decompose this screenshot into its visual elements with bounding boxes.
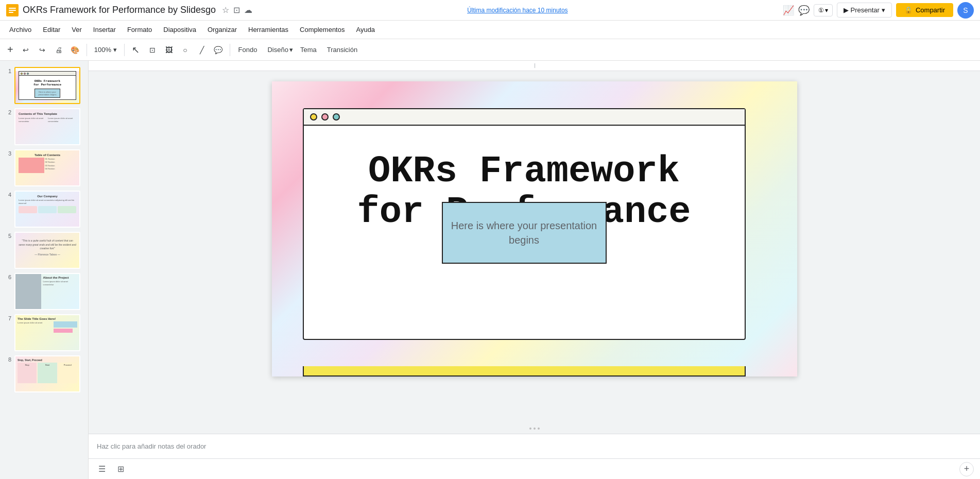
share-label: Compartir [916,6,945,14]
horizontal-ruler: | [89,61,980,71]
canvas-scroll[interactable]: OKRs Framework for Performance Here is w… [89,71,980,434]
cloud-icon[interactable]: ☁ [244,5,252,15]
svg-rect-1 [9,8,16,9]
menu-archivo[interactable]: Archivo [4,24,37,36]
zoom-button[interactable]: 100% ▾ [91,43,120,57]
share-button[interactable]: 🔒 Compartir [896,3,953,17]
toolbar: + ↩ ↪ 🖨 🎨 100% ▾ ↖ ⊡ 🖼 ○ ╱ 💬 Fondo Diseñ… [0,39,980,61]
slide-thumbnail-3[interactable]: Table of Contents 01 Section02 Section03… [14,149,80,186]
browser-frame: OKRs Framework for Performance Here is w… [303,108,746,340]
chat-icon[interactable]: 💬 [798,5,810,16]
slide-thumbnail-5[interactable]: "This is a quite useful hub of content t… [14,232,80,269]
slide-number-3: 3 [4,150,11,157]
slide-thumbnail-8[interactable]: Stop, Start, Proceed Stop Start Proceed [14,355,80,392]
slide-thumbnail-1[interactable]: OKRs Frameworkfor Performance Here is wh… [14,67,80,104]
svg-rect-2 [9,10,16,11]
present-label: Presentar [851,6,880,14]
zoom-control[interactable]: ① ▾ [814,4,833,16]
present-dropdown-icon: ▾ [882,6,885,14]
cursor-tool[interactable]: ↖ [129,43,143,57]
menu-ver[interactable]: Ver [66,24,87,36]
header-buttons: ▶ Presentar ▾ 🔒 Compartir S [837,2,974,19]
slide-item-6[interactable]: 6 About the Project Lorem ipsum dolor si… [0,271,88,312]
folder-icon[interactable]: ⊡ [233,5,240,15]
diseno-button[interactable]: Diseño ▾ [263,44,294,56]
menu-complementos[interactable]: Complementos [295,24,350,36]
slide-item-5[interactable]: 5 "This is a quite useful hub of content… [0,230,88,271]
share-lock-icon: 🔒 [904,6,913,14]
menu-bar: Archivo Editar Ver Insertar Formato Diap… [0,21,980,39]
menu-herramientas[interactable]: Herramientas [243,24,294,36]
last-modified-text: Última modificación hace 10 minutos [467,7,568,14]
print-button[interactable]: 🖨 [51,43,66,57]
grid-view-button[interactable]: ⊞ [113,462,128,476]
slide-number-7: 7 [4,315,11,321]
slide-item-8[interactable]: 8 Stop, Start, Proceed Stop Start Procee… [0,353,88,395]
bottom-strip [303,366,746,377]
menu-ayuda[interactable]: Ayuda [351,24,380,36]
fondo-button[interactable]: Fondo [234,44,262,56]
zoom-level: ① [818,7,824,14]
slide-number-2: 2 [4,109,11,115]
menu-formato[interactable]: Formato [122,24,157,36]
subtitle-box[interactable]: Here is where your presentation begins [442,202,607,264]
slide-item-3[interactable]: 3 Table of Contents 01 Section02 Section… [0,147,88,189]
slide-thumbnail-7[interactable]: The Slide Title Goes Here! Lorem ipsum d… [14,314,80,351]
scroll-indicator [529,427,540,430]
toolbar-divider-3 [230,44,230,56]
document-title: OKRs Framework for Performance by Slides… [23,5,216,15]
line-tool[interactable]: ╱ [195,43,209,57]
avatar[interactable]: S [957,2,974,19]
slide-thumbnail-6[interactable]: About the Project Lorem ipsum dolor sit … [14,273,80,310]
subtitle-text: Here is where your presentation begins [451,218,597,247]
present-icon: ▶ [844,6,849,14]
toolbar-divider-2 [124,44,125,56]
canvas-area: | OKRs Framework for Performance [89,61,980,479]
browser-titlebar [304,109,745,126]
analytics-icon[interactable]: 📈 [783,5,794,16]
browser-content: OKRs Framework for Performance Here is w… [304,126,745,259]
slide-item-7[interactable]: 7 The Slide Title Goes Here! Lorem ipsum… [0,312,88,353]
menu-insertar[interactable]: Insertar [88,24,121,36]
comment-tool[interactable]: 💬 [211,43,226,57]
zoom-dropdown-icon: ▾ [825,7,828,14]
main-content: 1 OKRs Frameworkfor Performance Here is … [0,61,980,479]
app-logo-icon [6,4,19,16]
slide-number-6: 6 [4,274,11,280]
paint-format-button[interactable]: 🎨 [68,43,82,57]
list-view-button[interactable]: ☰ [95,462,109,476]
diseno-dropdown-icon: ▾ [289,46,293,54]
slide-number-1: 1 [4,68,11,74]
slide-item-2[interactable]: 2 Contents of This Template Lorem ipsum … [0,106,88,147]
notes-area[interactable]: Haz clic para añadir notas del orador [89,434,980,458]
slide-item-4[interactable]: 4 Our Company Lorem ipsum dolor sit amet… [0,189,88,230]
undo-button[interactable]: ↩ [19,43,33,57]
slide-item-1[interactable]: 1 OKRs Frameworkfor Performance Here is … [0,65,88,106]
browser-dot-yellow [310,113,317,121]
add-button[interactable]: + [4,43,16,57]
slides-panel: 1 OKRs Frameworkfor Performance Here is … [0,61,89,479]
present-button[interactable]: ▶ Presentar ▾ [837,3,892,18]
menu-organizar[interactable]: Organizar [202,24,242,36]
slide-number-5: 5 [4,233,11,239]
title-bar: OKRs Framework for Performance by Slides… [0,0,980,21]
slide-thumbnail-2[interactable]: Contents of This Template Lorem ipsum do… [14,108,80,145]
notes-placeholder: Haz clic para añadir notas del orador [97,442,206,450]
add-slide-button[interactable]: + [959,462,974,476]
toolbar-divider-1 [87,44,87,56]
slide-canvas: OKRs Framework for Performance Here is w… [272,81,797,377]
menu-diapositiva[interactable]: Diapositiva [158,24,201,36]
slide-number-4: 4 [4,192,11,198]
tema-button[interactable]: Tema [296,44,321,56]
slide-number-8: 8 [4,356,11,363]
menu-editar[interactable]: Editar [38,24,65,36]
slide-thumbnail-4[interactable]: Our Company Lorem ipsum dolor sit amet c… [14,191,80,228]
text-box-tool[interactable]: ⊡ [145,43,160,57]
image-tool[interactable]: 🖼 [162,43,176,57]
transicion-button[interactable]: Transición [323,44,362,56]
browser-dot-teal [333,113,340,121]
star-icon[interactable]: ☆ [222,5,229,15]
shape-tool[interactable]: ○ [178,43,193,57]
bottom-right-controls: + [959,462,974,476]
redo-button[interactable]: ↪ [35,43,49,57]
